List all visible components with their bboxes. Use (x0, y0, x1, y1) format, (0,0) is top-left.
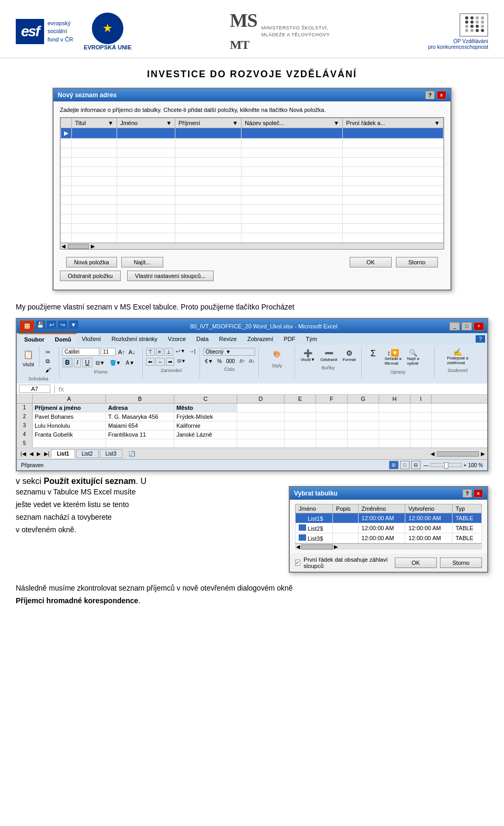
currency-btn[interactable]: €▼ (203, 358, 214, 365)
cell-5f[interactable] (316, 439, 348, 447)
align-right-btn[interactable]: ➡ (166, 358, 174, 366)
vlozit-cells-btn[interactable]: ➕ Vložit▼ (298, 348, 317, 363)
col-header-g[interactable]: G (348, 395, 379, 403)
excel-maximize[interactable]: □ (461, 322, 472, 331)
tab-vlozeni[interactable]: Vložení (77, 333, 107, 345)
col-header-b[interactable]: B (106, 395, 174, 403)
sheet-tabs[interactable]: |◀ ◀ ▶ ▶| List1 List2 List3 🔄 ◀ ▶ (17, 448, 487, 459)
vybrat-col-popis[interactable]: Popis (333, 504, 359, 513)
merge-btn[interactable]: Sl▼ (175, 358, 187, 366)
copy-button[interactable]: ⧉ (41, 357, 56, 365)
cell-5b[interactable] (106, 439, 174, 447)
sheet-nav-prev[interactable]: ◀ (28, 451, 35, 457)
tab-vzorce[interactable]: Vzorce (163, 333, 191, 345)
dialog1-cell-nazev[interactable] (242, 128, 343, 139)
cell-3i[interactable] (411, 421, 432, 430)
cell-4a[interactable]: Franta Gobelík (33, 430, 106, 439)
cut-button[interactable]: ✂ (41, 348, 56, 356)
zoom-out-btn[interactable]: — (424, 462, 429, 468)
sheet-tab-list1[interactable]: List1 (51, 449, 75, 458)
fill-btn[interactable]: 🪣▼ (108, 359, 123, 366)
sheet-tab-list3[interactable]: List3 (100, 449, 122, 458)
tab-data[interactable]: Data (191, 333, 214, 345)
dialog1-cell-prvni[interactable] (343, 128, 444, 139)
cell-3h[interactable] (379, 421, 411, 430)
sort-btn[interactable]: ↕🔽 Seřadit afiltrovat (383, 348, 404, 367)
tab-zobrazeni[interactable]: Zobrazení (242, 333, 279, 345)
vybrat-row-1[interactable]: List1$ 12:00:00 AM 12:00:00 AM TABLE (296, 513, 482, 523)
cell-1i[interactable] (411, 404, 432, 412)
italic-btn[interactable]: I (74, 358, 81, 367)
prvni-radek-checkbox[interactable]: ✓ (295, 560, 300, 566)
cell-4f[interactable] (316, 430, 348, 439)
font-size-input[interactable] (101, 348, 116, 356)
dialog1-cell-titul[interactable] (72, 128, 117, 139)
cell-2d[interactable] (237, 412, 285, 421)
qa-redo[interactable]: ↪ (58, 321, 67, 329)
vlastni-nastaveni-button[interactable]: Vlastní nastavení sloupců... (127, 271, 214, 281)
vybrat-row-3[interactable]: List3$ 12:00:00 AM 12:00:00 AM TABLE (296, 533, 482, 543)
odebrat-cells-btn[interactable]: ➖ Odstranit (318, 348, 339, 363)
increase-font-btn[interactable]: A↑ (117, 348, 126, 356)
h-scrollbar-thumb[interactable] (437, 451, 479, 457)
vybrat-scrollbar[interactable]: ◀ ▶ (295, 543, 482, 550)
vlozit-button[interactable]: 📋 (20, 347, 37, 362)
cell-1e[interactable] (285, 404, 316, 412)
normal-view-btn[interactable]: ⊞ (389, 461, 398, 469)
vybrat-help-btn[interactable]: ? (463, 489, 472, 498)
tab-rozlozeni[interactable]: Rozložení stránky (106, 333, 162, 345)
cell-1h[interactable] (379, 404, 411, 412)
excel-window[interactable]: ⊞ 💾 ↩ ↪ ▼ 80_IVT_MSOFFICE_20 Word_Ukol.x… (16, 318, 488, 471)
ribbon-help-area[interactable]: ? (476, 333, 485, 345)
cell-2c[interactable]: Frýdek-Místek (174, 412, 237, 421)
row-num-5[interactable]: 5 (17, 439, 33, 447)
cell-2e[interactable] (285, 412, 316, 421)
name-box[interactable] (19, 385, 50, 393)
align-bottom-btn[interactable]: ⊥ (164, 348, 173, 356)
cell-5e[interactable] (285, 439, 316, 447)
decimal-dec-btn[interactable]: .0↓ (247, 358, 255, 365)
row-num-2[interactable]: 2 (17, 412, 33, 421)
excel-quick-access[interactable]: ⊞ 💾 ↩ ↪ ▼ (20, 321, 78, 332)
sigma-btn[interactable]: Σ (365, 348, 382, 367)
cell-4i[interactable] (411, 430, 432, 439)
tab-revize[interactable]: Revize (214, 333, 242, 345)
align-middle-btn[interactable]: ≡ (156, 348, 163, 356)
zoom-slider[interactable] (430, 463, 462, 467)
row-num-4[interactable]: 4 (17, 430, 33, 439)
wrap-text-btn[interactable]: ⮐▼ (174, 348, 187, 356)
align-top-btn[interactable]: ⊤ (146, 348, 155, 356)
qa-undo[interactable]: ↩ (47, 321, 56, 329)
sheet-nav-next[interactable]: ▶ (35, 451, 43, 457)
cell-3e[interactable] (285, 421, 316, 430)
percent-btn[interactable]: % (216, 358, 224, 365)
cell-3f[interactable] (316, 421, 348, 430)
vybrat-col-typ[interactable]: Typ (452, 504, 481, 513)
sheet-tab-add[interactable]: 🔄 (123, 450, 140, 458)
zoom-controls[interactable]: — + 100 % (424, 462, 483, 468)
storno-button[interactable]: Storno (396, 257, 438, 267)
cell-3g[interactable] (348, 421, 379, 430)
dialog1-help-btn[interactable]: ? (425, 91, 435, 99)
help-btn[interactable]: ? (476, 335, 485, 343)
ribbon-tabs[interactable]: Soubor Domů Vložení Rozložení stránky Vz… (17, 333, 487, 345)
font-color-btn[interactable]: A▼ (124, 359, 136, 366)
align-left-btn[interactable]: ⬅ (146, 358, 154, 366)
vybrat-ok-btn[interactable]: OK (395, 557, 437, 568)
page-layout-btn[interactable]: □ (400, 461, 410, 469)
styly-button[interactable]: 🎨 (261, 347, 292, 362)
decimal-inc-btn[interactable]: .0↑ (237, 358, 246, 365)
najit-button[interactable]: Najít... (121, 257, 163, 267)
nova-polozka-button[interactable]: Nová položka (66, 257, 117, 267)
bold-btn[interactable]: B (62, 358, 72, 367)
h-scrollbar[interactable]: ◀ ▶ (430, 451, 485, 457)
formula-input[interactable] (66, 386, 485, 392)
col-header-d[interactable]: D (237, 395, 285, 403)
tab-pdf[interactable]: PDF (278, 333, 300, 345)
indent-more-btn[interactable]: →| (188, 348, 197, 356)
col-header-i[interactable]: I (411, 395, 432, 403)
col-header-h[interactable]: H (379, 395, 411, 403)
dialog1-close-btn[interactable]: × (437, 91, 446, 99)
cell-1d[interactable] (237, 404, 285, 412)
dialog1-col-prvni[interactable]: První řádek a...▼ (343, 118, 444, 128)
